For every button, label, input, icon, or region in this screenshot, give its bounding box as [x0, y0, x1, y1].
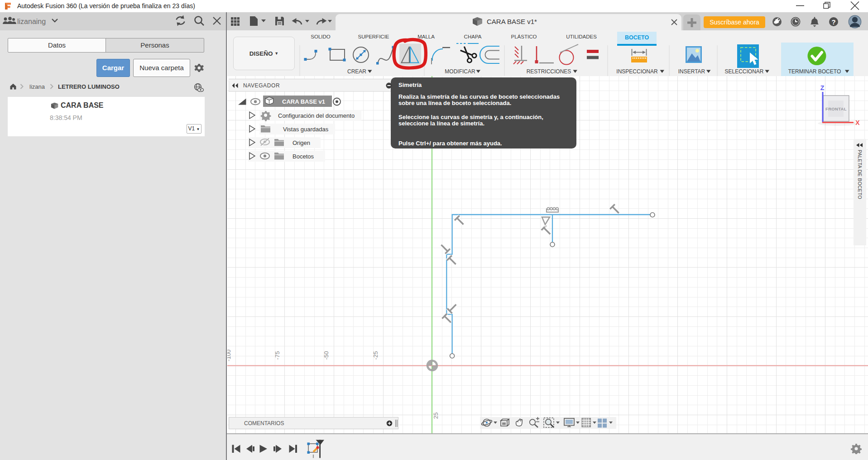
- svg-text:Z: Z: [820, 84, 825, 91]
- svg-text:?: ?: [831, 18, 835, 26]
- svg-text:CHAPA: CHAPA: [464, 34, 482, 39]
- svg-text:CREAR: CREAR: [347, 68, 366, 75]
- svg-text:TERMINAR BOCETO: TERMINAR BOCETO: [788, 68, 841, 75]
- svg-text:-25: -25: [372, 351, 379, 360]
- svg-text:-100: -100: [227, 350, 232, 361]
- svg-text:NAVEGADOR: NAVEGADOR: [243, 82, 280, 89]
- svg-text:lizanaing: lizanaing: [17, 18, 46, 25]
- svg-text:Vistas guardadas: Vistas guardadas: [283, 126, 329, 133]
- svg-text:SUPERFICIE: SUPERFICIE: [358, 34, 389, 39]
- svg-text:MALLA: MALLA: [417, 34, 435, 39]
- svg-text:UTILIDADES: UTILIDADES: [566, 34, 597, 39]
- svg-text:Origen: Origen: [293, 139, 310, 146]
- svg-text:X: X: [855, 119, 860, 126]
- svg-text:FRONTAL: FRONTAL: [825, 106, 847, 111]
- svg-text:INSERTAR: INSERTAR: [678, 68, 705, 75]
- svg-text:PLÁSTICO: PLÁSTICO: [511, 34, 537, 39]
- svg-text:Bocetos: Bocetos: [293, 153, 314, 160]
- svg-text:SOLIDO: SOLIDO: [311, 34, 331, 39]
- svg-text:-50: -50: [323, 351, 330, 360]
- svg-text:CARA BASE v1: CARA BASE v1: [282, 98, 325, 105]
- svg-text:SELECCIONAR: SELECCIONAR: [724, 68, 763, 75]
- svg-text:-75: -75: [274, 351, 281, 360]
- svg-text:25: 25: [432, 412, 439, 419]
- svg-text:RESTRICCIONES: RESTRICCIONES: [527, 68, 571, 75]
- svg-text:INSPECCIONAR: INSPECCIONAR: [616, 68, 658, 75]
- svg-text:Configuración del documento: Configuración del documento: [278, 112, 355, 119]
- svg-text:MODIFICAR: MODIFICAR: [445, 68, 475, 75]
